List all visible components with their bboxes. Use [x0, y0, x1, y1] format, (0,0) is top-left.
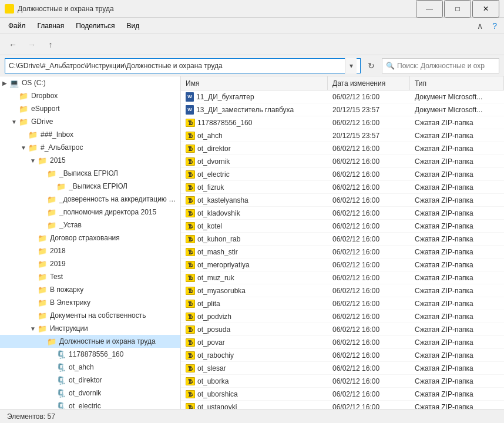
file-cell-name-16: 🗜ot_plita	[181, 300, 328, 308]
tree-icon-inbox: 📁	[28, 130, 39, 139]
file-row[interactable]: 🗜ot_kotel06/02/12 16:00Сжатая ZIP-папка	[181, 220, 504, 233]
file-cell-name-12: 🗜ot_mash_stir	[181, 248, 328, 256]
file-cell-name-1: W13_ДИ_заместитель главбуха	[181, 105, 328, 115]
tree-item-test[interactable]: 📁Test	[0, 270, 180, 283]
up-button[interactable]: ↑	[42, 36, 59, 53]
tree-icon-gdrive: 📁	[19, 118, 29, 126]
file-type-icon-6: 🗜	[186, 170, 195, 179]
file-row[interactable]: 🗜ot_plita06/02/12 16:00Сжатая ZIP-папка	[181, 297, 504, 310]
tree-item-1178-tree[interactable]: 🗜️1178878556_160	[0, 348, 180, 361]
file-row[interactable]: 🗜ot_povar06/02/12 16:00Сжатая ZIP-папка	[181, 336, 504, 349]
search-icon: 🔍	[386, 62, 395, 70]
tree-item-vypiska-egrul2[interactable]: 📁_Выписка ЕГРЮЛ	[0, 180, 180, 193]
file-row[interactable]: 🗜ot_uborka06/02/12 16:00Сжатая ZIP-папка	[181, 375, 504, 388]
tree-item-dokumenty[interactable]: 📁Документы на собственность	[0, 309, 180, 322]
file-row[interactable]: 🗜ot_direktor06/02/12 16:00Сжатая ZIP-пап…	[181, 142, 504, 155]
file-row[interactable]: 🗜ot_podvizh06/02/12 16:00Сжатая ZIP-папк…	[181, 310, 504, 323]
tree-expand-instruktsii[interactable]: ▼	[28, 325, 38, 332]
file-row[interactable]: 🗜ot_rabochiy06/02/12 16:00Сжатая ZIP-пап…	[181, 349, 504, 362]
file-name-text-0: 11_ДИ_бухгалтер	[196, 93, 254, 101]
menu-view[interactable]: Вид	[120, 19, 145, 32]
file-row[interactable]: 🗜ot_uborshica06/02/12 16:00Сжатая ZIP-па…	[181, 388, 504, 401]
file-type-icon-20: 🗜	[186, 351, 195, 360]
column-date[interactable]: Дата изменения	[328, 76, 410, 90]
file-row[interactable]: 🗜ot_ahch20/12/15 23:57Сжатая ZIP-папка	[181, 129, 504, 142]
tree-item-v-elektrik[interactable]: 📁В Электрику	[0, 296, 180, 309]
forward-button[interactable]: →	[23, 36, 40, 53]
tree-icon-dolzh-ohrana: 📁	[47, 337, 58, 346]
ribbon-toggle[interactable]: ∧	[472, 21, 488, 31]
file-type-icon-24: 🗜	[186, 403, 195, 409]
tree-item-os-c[interactable]: ▶💻OS (C:)	[0, 76, 180, 89]
tree-item-dropbox[interactable]: 📁Dropbox	[0, 89, 180, 102]
back-button[interactable]: ←	[5, 36, 21, 53]
file-row[interactable]: 🗜ot_posuda06/02/12 16:00Сжатая ZIP-папка	[181, 323, 504, 336]
tree-item-ot-ahch-tree[interactable]: 🗜️ot_ahch	[0, 361, 180, 374]
file-cell-type-8: Сжатая ZIP-папка	[410, 196, 504, 204]
file-row[interactable]: 🗜ot_ustanovki06/02/12 16:00Сжатая ZIP-па…	[181, 401, 504, 409]
file-area: Имя Дата изменения Тип W11_ДИ_бухгалтер0…	[181, 76, 504, 409]
tree-item-gdrive[interactable]: ▼📁GDrive	[0, 115, 180, 128]
file-row[interactable]: 🗜ot_dvornik06/02/12 16:00Сжатая ZIP-папк…	[181, 155, 504, 168]
close-button[interactable]: ✕	[472, 0, 499, 18]
tree-item-v-pojarku[interactable]: 📁В пожарку	[0, 283, 180, 296]
address-input[interactable]	[9, 62, 345, 70]
tree-item-ot-dvornik-tree[interactable]: 🗜️ot_dvornik	[0, 387, 180, 400]
file-cell-name-15: 🗜ot_myasorubka	[181, 287, 328, 295]
tree-item-ustav[interactable]: 📁_Устав	[0, 219, 180, 231]
tree-item-dolzh-ohrana[interactable]: 📁Должностные и охрана труда	[0, 335, 180, 348]
tree-icon-ot-electric-tree: 🗜️	[56, 402, 67, 409]
maximize-button[interactable]: □	[444, 0, 471, 18]
tree-item-2015[interactable]: ▼📁2015	[0, 154, 180, 167]
file-cell-type-22: Сжатая ZIP-папка	[410, 377, 504, 385]
refresh-button[interactable]: ↻	[363, 58, 379, 74]
file-row[interactable]: 🗜ot_slesar06/02/12 16:00Сжатая ZIP-папка	[181, 362, 504, 375]
file-cell-name-23: 🗜ot_uborshica	[181, 390, 328, 398]
tree-item-vypiska-egrul[interactable]: 📁_Выписка ЕГРЮЛ	[0, 167, 180, 180]
file-cell-name-11: 🗜ot_kuhon_rab	[181, 235, 328, 243]
file-cell-name-19: 🗜ot_povar	[181, 338, 328, 347]
file-row[interactable]: 🗜ot_muz_ruk06/02/12 16:00Сжатая ZIP-папк…	[181, 271, 504, 284]
file-row[interactable]: W13_ДИ_заместитель главбуха20/12/15 23:5…	[181, 103, 504, 116]
tree-item-2018[interactable]: 📁2018	[0, 244, 180, 257]
tree-expand-os-c[interactable]: ▶	[0, 80, 9, 86]
tree-item-dogovor[interactable]: 📁Договор страхования	[0, 231, 180, 244]
file-row[interactable]: 🗜ot_kladovshik06/02/12 16:00Сжатая ZIP-п…	[181, 207, 504, 220]
search-input[interactable]	[397, 62, 485, 70]
file-row[interactable]: 🗜1178878556_16006/02/12 16:00Сжатая ZIP-…	[181, 116, 504, 129]
file-cell-name-7: 🗜ot_fizruk	[181, 183, 328, 192]
file-type-icon-9: 🗜	[186, 209, 195, 217]
help-button[interactable]: ?	[488, 21, 502, 31]
tree-item-ot-electric-tree[interactable]: 🗜️ot_electric	[0, 400, 180, 409]
tree-item-2019[interactable]: 📁2019	[0, 257, 180, 270]
tree-item-esupport[interactable]: 📁eSupport	[0, 102, 180, 115]
file-cell-date-12: 06/02/12 16:00	[328, 248, 410, 256]
tree-expand-albatros[interactable]: ▼	[19, 145, 28, 151]
menu-file[interactable]: Файл	[2, 19, 32, 32]
file-row[interactable]: 🗜ot_kastelyansha06/02/12 16:00Сжатая ZIP…	[181, 194, 504, 207]
tree-item-albatros[interactable]: ▼📁#_Альбатрос	[0, 141, 180, 154]
column-name[interactable]: Имя	[181, 76, 328, 90]
tree-item-instruktsii[interactable]: ▼📁Инструкции	[0, 322, 180, 335]
tree-expand-gdrive[interactable]: ▼	[9, 119, 19, 125]
file-row[interactable]: 🗜ot_meropriyatiya06/02/12 16:00Сжатая ZI…	[181, 258, 504, 271]
tree-item-inbox[interactable]: 📁###_Inbox	[0, 128, 180, 141]
file-row[interactable]: 🗜ot_myasorubka06/02/12 16:00Сжатая ZIP-п…	[181, 284, 504, 297]
file-row[interactable]: W11_ДИ_бухгалтер06/02/12 16:00Документ M…	[181, 90, 504, 103]
minimize-button[interactable]: —	[416, 0, 443, 18]
file-row[interactable]: 🗜ot_fizruk06/02/12 16:00Сжатая ZIP-папка	[181, 181, 504, 194]
file-row[interactable]: 🗜ot_mash_stir06/02/12 16:00Сжатая ZIP-па…	[181, 246, 504, 258]
tree-item-doverennost[interactable]: 📁_доверенность на аккредитацию 2015	[0, 193, 180, 206]
file-row[interactable]: 🗜ot_electric06/02/12 16:00Сжатая ZIP-пап…	[181, 168, 504, 181]
column-type[interactable]: Тип	[410, 76, 504, 90]
menu-home[interactable]: Главная	[32, 19, 70, 32]
file-cell-name-8: 🗜ot_kastelyansha	[181, 196, 328, 204]
menu-share[interactable]: Поделиться	[70, 19, 120, 32]
tree-item-polnomochiya[interactable]: 📁_полномочия директора 2015	[0, 206, 180, 219]
tree-expand-2015[interactable]: ▼	[28, 157, 38, 164]
tree-item-ot-direktor-tree[interactable]: 🗜️ot_direktor	[0, 374, 180, 387]
address-dropdown-button[interactable]: ▾	[345, 58, 357, 73]
title-bar: Должностные и охрана труда — □ ✕	[0, 0, 504, 18]
file-row[interactable]: 🗜ot_kuhon_rab06/02/12 16:00Сжатая ZIP-па…	[181, 233, 504, 246]
file-name-text-13: ot_meropriyatiya	[197, 261, 250, 269]
